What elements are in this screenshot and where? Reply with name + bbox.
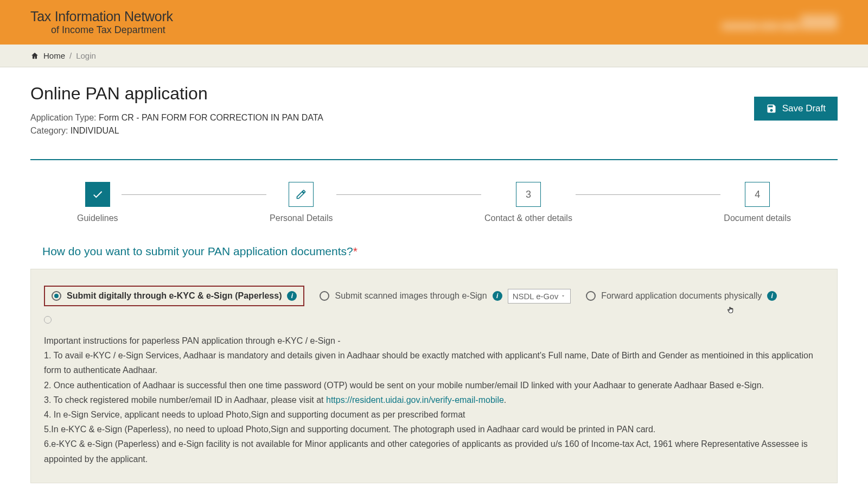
category-label: Category: [30,126,71,135]
breadcrumb-sep: / [69,51,72,60]
breadcrumb-login[interactable]: Login [76,51,96,60]
step-number-3: 3 [516,182,541,207]
radio-empty[interactable] [44,316,52,324]
step-guidelines[interactable]: Guidelines [74,182,122,223]
instruction-3: 3. To check registered mobile number/ema… [44,393,824,407]
instruction-6: 6.e-KYC & e-Sign (Paperless) and e-Sign … [44,437,824,466]
radio-label-3: Forward application documents physically [601,291,762,301]
edit-icon [289,182,314,207]
save-draft-button[interactable]: Save Draft [754,97,838,121]
header-user-info: ████████████████ ████ ████ ████████ [722,15,838,30]
stepper: Guidelines Personal Details 3 Contact & … [74,182,794,223]
step-contact-details[interactable]: 3 Contact & other details [481,182,576,223]
uidai-link[interactable]: https://resident.uidai.gov.in/verify-ema… [326,395,504,405]
app-type: Application Type: Form CR - PAN FORM FOR… [30,111,323,124]
instruction-1: 1. To avail e-KYC / e-Sign Services, Aad… [44,348,824,377]
instructions: Important instructions for paperless PAN… [44,333,824,466]
step-label-4: Document details [724,213,791,223]
check-icon [85,182,110,207]
logo-line2: of Income Tax Department [30,24,173,36]
chevron-down-icon [560,293,566,299]
radio-ekyc-esign[interactable]: Submit digitally through e-KYC & e-Sign … [44,286,304,306]
radio-icon [52,291,61,301]
step-document-details[interactable]: 4 Document details [720,182,794,223]
step-number-4: 4 [745,182,770,207]
page-title: Online PAN application [30,84,323,104]
required-asterisk: * [353,245,358,257]
instruction-2: 2. Once authentication of Aadhaar is suc… [44,378,824,393]
instructions-heading: Important instructions for paperless PAN… [44,333,824,348]
radio-icon [320,291,329,301]
esign-provider-select[interactable]: NSDL e-Gov [508,289,571,304]
home-icon[interactable] [30,52,39,60]
save-draft-label: Save Draft [782,103,826,114]
radio-icon [586,291,596,301]
save-icon [766,103,777,114]
category-value: INDIVIDUAL [71,126,119,135]
header: Tax Information Network of Income Tax De… [0,0,868,45]
submission-question: How do you want to submit your PAN appli… [42,245,838,258]
cursor-icon [726,304,736,316]
step-label-3: Contact & other details [484,213,572,223]
instruction-3-suffix: . [504,395,506,405]
category: Category: INDIVIDUAL [30,124,323,137]
divider [30,159,838,160]
radio-physical[interactable]: Forward application documents physically… [586,291,777,301]
instruction-4: 4. In e-Sign Service, applicant needs to… [44,407,824,422]
radio-scanned-esign[interactable]: Submit scanned images through e-Sign i N… [320,289,571,304]
info-icon[interactable]: i [287,291,297,301]
select-value: NSDL e-Gov [513,292,558,301]
app-type-label: Application Type: [30,113,99,122]
step-label-2: Personal Details [270,213,333,223]
instruction-5: 5.In e-KYC & e-Sign (Paperless), no need… [44,422,824,437]
app-type-value: Form CR - PAN FORM FOR CORRECTION IN PAN… [99,113,323,122]
info-icon[interactable]: i [493,291,502,301]
radio-label-2: Submit scanned images through e-Sign [335,291,487,301]
instruction-3-prefix: 3. To check registered mobile number/ema… [44,395,326,405]
step-label-1: Guidelines [77,213,118,223]
question-text: How do you want to submit your PAN appli… [42,245,353,257]
options-panel: Submit digitally through e-KYC & e-Sign … [30,269,838,483]
step-personal-details[interactable]: Personal Details [266,182,336,223]
breadcrumb: Home / Login [0,45,868,67]
breadcrumb-home[interactable]: Home [43,51,65,60]
radio-label-1: Submit digitally through e-KYC & e-Sign … [67,291,282,301]
info-icon[interactable]: i [767,291,777,301]
logo: Tax Information Network of Income Tax De… [30,9,173,36]
logo-line1: Tax Information Network [30,9,173,24]
